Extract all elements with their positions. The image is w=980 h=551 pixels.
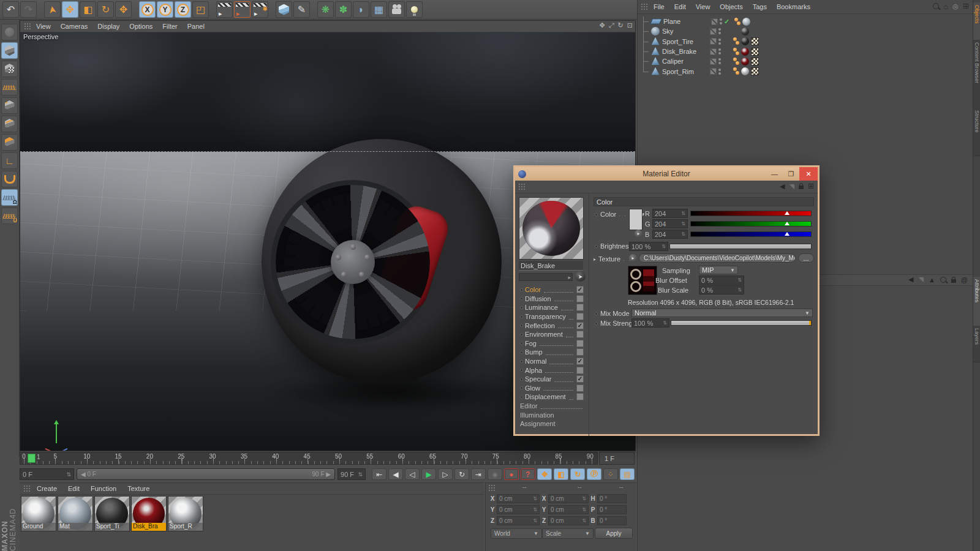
mix-mode-dropdown[interactable]: Normal▼ [631, 309, 813, 317]
model-mode-button[interactable] [1, 42, 18, 59]
render-visibility-icon[interactable] [710, 48, 717, 55]
rotate-view-icon[interactable]: ↻ [618, 21, 624, 29]
end-frame-field[interactable]: 90 F⇅ [337, 468, 366, 480]
channel-dot-icon[interactable] [520, 315, 523, 318]
spinner-icon[interactable]: ⇅ [662, 244, 666, 249]
lock-icon[interactable] [799, 186, 804, 189]
planar-workplane-button[interactable]: U [1, 208, 18, 224]
blur-scale-field[interactable]: 0 %⇅ [699, 285, 744, 294]
material-tag-icon[interactable] [741, 37, 749, 45]
drag-grip-icon[interactable] [23, 485, 31, 492]
object-row-sport_rim[interactable]: Sport_Rim [638, 66, 973, 76]
autokey-button[interactable]: ? [521, 468, 535, 480]
material-thumb-sport_r[interactable]: Sport_R [168, 496, 203, 531]
new-window-icon[interactable]: ⊞ [808, 182, 814, 190]
camera-button[interactable] [388, 1, 405, 18]
r-value-field[interactable]: 204⇅ [652, 209, 688, 218]
tab-content-browser[interactable]: Content Browser [973, 40, 980, 111]
play-sound-button[interactable]: ◈ [488, 468, 502, 480]
expression-tag-icon[interactable] [734, 18, 741, 26]
editor-visibility-dots[interactable] [718, 58, 721, 64]
channel-dot-icon[interactable] [520, 297, 523, 300]
size-Y-field[interactable]: 0 cm⇅ [548, 505, 589, 514]
channel-editor[interactable]: Editor [520, 402, 584, 411]
lock-icon[interactable] [951, 279, 956, 283]
spinner-icon[interactable]: ⇅ [737, 287, 742, 293]
texture-thumbnail[interactable] [628, 266, 657, 295]
add-primitive-button[interactable] [276, 1, 292, 18]
goto-previous-frame-button[interactable]: ◁ [405, 468, 420, 480]
parameter-dot-icon[interactable] [595, 322, 598, 325]
mix-strength-field[interactable]: 100 %⇅ [631, 318, 669, 328]
z-axis-lock-button[interactable]: Z [175, 1, 191, 18]
drag-grip-icon[interactable] [24, 23, 31, 30]
light-button[interactable] [406, 1, 423, 18]
maximize-button[interactable]: ❐ [783, 167, 799, 181]
search-icon[interactable] [940, 277, 946, 283]
drag-grip-icon[interactable] [488, 484, 496, 492]
object-name[interactable]: Sport_Rim [662, 68, 710, 75]
goto-start-button[interactable]: ⇤ [372, 468, 386, 480]
navigate-up-icon[interactable]: ▲ [929, 276, 935, 283]
record-pla-button[interactable]: ⁘ [603, 468, 618, 480]
channel-checkbox[interactable]: ✓ [576, 286, 584, 293]
channel-dot-icon[interactable] [520, 378, 523, 381]
drag-grip-icon[interactable] [641, 3, 648, 10]
preview-nav-icon[interactable]: ➤ [575, 271, 586, 282]
tab-attributes[interactable]: Attributes [973, 277, 980, 329]
parameter-dot-icon[interactable] [595, 213, 598, 216]
workplane-mode-button[interactable] [1, 79, 18, 96]
channel-transparency[interactable]: Transparency [520, 312, 584, 321]
editor-visibility-dots[interactable] [718, 69, 721, 75]
object-row-plane[interactable]: Plane ✓ [638, 17, 973, 26]
channel-environment[interactable]: Environment [520, 330, 584, 339]
expression-tag-icon[interactable] [733, 67, 739, 75]
blur-offset-field[interactable]: 0 %⇅ [699, 276, 744, 285]
keyframe-selection-button[interactable]: ▤ [620, 468, 635, 480]
pos-Y-field[interactable]: 0 cm⇅ [497, 505, 540, 514]
channel-dot-icon[interactable] [520, 288, 523, 291]
channel-checkbox[interactable] [576, 331, 584, 338]
slider-handle[interactable] [785, 232, 790, 236]
goto-end-button[interactable]: ⇥ [471, 468, 486, 480]
record-parameter-button[interactable]: Ⓟ [587, 468, 601, 480]
material-tag-icon[interactable] [741, 58, 749, 66]
render-visibility-icon[interactable] [710, 28, 717, 35]
channel-alpha[interactable]: Alpha [520, 365, 584, 375]
parameter-dot-icon[interactable] [595, 245, 598, 248]
mesh-object-icon[interactable] [651, 57, 660, 66]
visibility-toggles[interactable]: ✓ [711, 18, 732, 26]
channel-normal[interactable]: Normal✓ [520, 357, 584, 366]
spinner-icon[interactable]: ⇅ [358, 471, 363, 478]
r-slider[interactable] [690, 211, 812, 216]
material-menu-function[interactable]: Function [91, 485, 116, 492]
material-name-field[interactable]: Disk_Brake [519, 261, 583, 271]
om-menu-objects[interactable]: Objects [720, 3, 742, 10]
last-used-tool-button[interactable]: ✥ [115, 1, 132, 18]
visibility-toggles[interactable] [710, 68, 731, 75]
om-menu-edit[interactable]: Edit [674, 3, 686, 10]
channel-illumination[interactable]: Illumination [520, 410, 584, 419]
x-axis-lock-button[interactable]: X [139, 1, 156, 18]
uvw-tag-icon[interactable] [751, 58, 759, 66]
preview-type-dropdown[interactable]: ▸ [519, 273, 573, 281]
om-menu-file[interactable]: File [654, 3, 665, 10]
spline-pen-button[interactable]: ✎ [293, 1, 310, 18]
expression-tag-icon[interactable] [733, 58, 739, 66]
drag-grip-icon[interactable] [518, 183, 526, 190]
material-editor-titlebar[interactable]: Material Editor — ❐ ✕ [515, 167, 818, 181]
world-coordinate-dropdown[interactable]: World▼ [491, 528, 542, 539]
uvw-tag-icon[interactable] [751, 67, 759, 75]
forward-arrow-icon[interactable]: ◥ [789, 182, 794, 190]
pos-X-field[interactable]: 0 cm⇅ [497, 494, 540, 503]
channel-glow[interactable]: Glow [520, 384, 584, 393]
material-preview[interactable] [519, 197, 584, 260]
coordinate-system-button[interactable]: ◰ [192, 1, 209, 18]
brightness-field[interactable]: 100 %⇅ [629, 242, 668, 251]
object-row-sky[interactable]: Sky [638, 26, 973, 36]
sky-object-icon[interactable] [651, 27, 660, 36]
material-menu-create[interactable]: Create [37, 485, 57, 492]
channel-dot-icon[interactable] [520, 360, 523, 363]
visibility-toggles[interactable] [710, 38, 731, 45]
loop-mode-button[interactable]: ↻ [454, 468, 469, 480]
